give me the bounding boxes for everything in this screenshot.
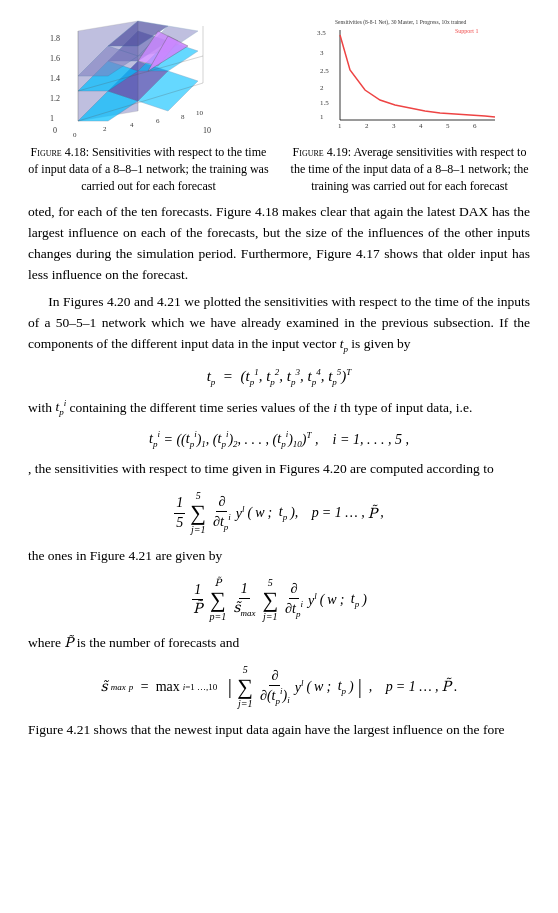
figure-19-svg: Sensitivities (8-8-1 Net), 30 Master, 1 … <box>315 15 505 135</box>
frac-partial-tp2: ∂ ∂tpi <box>283 580 305 620</box>
figures-row: 10 0 1.8 1.6 1.4 1.2 1 <box>28 10 530 194</box>
paragraph-4: , the sensitivities with respect to time… <box>28 459 530 480</box>
para7-text: Figure 4.21 shows that the newest input … <box>28 722 505 737</box>
svg-text:3: 3 <box>392 122 396 130</box>
svg-text:8: 8 <box>181 113 185 121</box>
svg-text:6: 6 <box>473 122 477 130</box>
figure-18-svg: 10 0 1.8 1.6 1.4 1.2 1 <box>48 11 248 139</box>
eq5-content: s̃maxp = max i=1 …,10 | 5 ∑ j=1 ∂ ∂(tpi)… <box>100 664 457 710</box>
svg-text:10: 10 <box>203 126 211 135</box>
svg-text:1.8: 1.8 <box>50 34 60 43</box>
frac-1-Ptilde: 1 P̃ <box>191 581 204 618</box>
max-subscript: i=1 …,10 <box>183 682 218 692</box>
tp-variable: tp <box>340 336 352 351</box>
abs-right: | <box>357 675 363 698</box>
paragraph-1: oted, for each of the ten forecasts. Fig… <box>28 202 530 286</box>
svg-text:3.5: 3.5 <box>317 29 326 37</box>
ith-variable: i <box>333 399 337 414</box>
page: 10 0 1.8 1.6 1.4 1.2 1 <box>0 0 558 767</box>
para3b-text: containing the different time series val… <box>70 399 334 414</box>
eq1-content: tp = (tp1, tp2, tp3, tp4, tp5)T <box>207 367 352 387</box>
para4-text: , the sensitivities with respect to time… <box>28 461 494 476</box>
abs-left: | <box>227 675 233 698</box>
equation-2: tpi = ((tpi)1, (tpi)2, . . . , (tpi)10)T… <box>28 430 530 449</box>
svg-text:2.5: 2.5 <box>320 67 329 75</box>
svg-text:2: 2 <box>320 84 324 92</box>
sum-j-1-5b: 5 ∑ j=1 <box>262 577 278 623</box>
paragraph-2: In Figures 4.20 and 4.21 we plotted the … <box>28 292 530 356</box>
max-operator: max <box>156 679 180 695</box>
figure-19-block: Sensitivities (8-8-1 Net), 30 Master, 1 … <box>289 10 530 194</box>
figure-18-caption: Figure 4.18: Sensitivities with respect … <box>28 144 269 194</box>
figure-19-caption: Figure 4.19: Average sensitivities with … <box>289 144 530 194</box>
paragraph-5: the ones in Figure 4.21 are given by <box>28 546 530 567</box>
svg-text:1.5: 1.5 <box>320 99 329 107</box>
para1-text: oted, for each of the ten forecasts. Fig… <box>28 204 530 282</box>
para6b-text: is the number of forecasts and <box>77 635 239 650</box>
para2b-text: is given by <box>351 336 410 351</box>
equation-3: 1 5 5 ∑ j=1 ∂ ∂tpi yl(w; tp), p = 1 … , … <box>28 490 530 536</box>
para3c-text: th type of input data, i.e. <box>340 399 472 414</box>
svg-text:1: 1 <box>338 122 342 130</box>
paragraph-3: with tpi containing the different time s… <box>28 397 530 420</box>
svg-text:0: 0 <box>73 131 77 139</box>
svg-text:6: 6 <box>156 117 160 125</box>
svg-text:10: 10 <box>196 109 204 117</box>
svg-text:4: 4 <box>130 121 134 129</box>
frac-partial-tpi: ∂ ∂(tpi)i <box>258 667 292 707</box>
equation-1: tp = (tp1, tp2, tp3, tp4, tp5)T <box>28 367 530 387</box>
svg-text:4: 4 <box>419 122 423 130</box>
svg-text:2: 2 <box>365 122 369 130</box>
para2-text: In Figures 4.20 and 4.21 we plotted the … <box>28 294 530 351</box>
Ptilde-var: P̃ <box>64 635 73 650</box>
eq4-content: 1 P̃ P̃ ∑ p=1 1 s̃max 5 ∑ j=1 ∂ ∂tpi yl(… <box>191 577 367 623</box>
svg-text:Sensitivities (8-8-1 Net), 30 : Sensitivities (8-8-1 Net), 30 Master, 1 … <box>335 19 467 26</box>
svg-text:3: 3 <box>320 49 324 57</box>
eq3-content: 1 5 5 ∑ j=1 ∂ ∂tpi yl(w; tp), p = 1 … , … <box>174 490 383 536</box>
ti-variable: tpi <box>55 399 69 414</box>
figure-19-image: Sensitivities (8-8-1 Net), 30 Master, 1 … <box>289 10 530 140</box>
svg-text:Support 1: Support 1 <box>455 28 479 34</box>
sum-j-1-5: 5 ∑ j=1 <box>190 490 206 536</box>
figure-18-block: 10 0 1.8 1.6 1.4 1.2 1 <box>28 10 269 194</box>
equation-4: 1 P̃ P̃ ∑ p=1 1 s̃max 5 ∑ j=1 ∂ ∂tpi yl(… <box>28 577 530 623</box>
frac-partial-tp: ∂ ∂tpi <box>211 493 233 533</box>
para5-text: the ones in Figure 4.21 are given by <box>28 548 222 563</box>
svg-text:1.6: 1.6 <box>50 54 60 63</box>
svg-text:1.4: 1.4 <box>50 74 60 83</box>
sum-p-1-Ptilde: P̃ ∑ p=1 <box>209 577 226 623</box>
frac-1-5: 1 5 <box>174 494 185 531</box>
svg-text:1: 1 <box>320 113 324 121</box>
fig19-label: Figure 4.19: <box>293 145 351 159</box>
para6-where: where <box>28 635 64 650</box>
svg-text:0: 0 <box>53 126 57 135</box>
eq2-content: tpi = ((tpi)1, (tpi)2, . . . , (tpi)10)T… <box>149 430 409 449</box>
figure-18-image: 10 0 1.8 1.6 1.4 1.2 1 <box>28 10 269 140</box>
para3-with: with <box>28 399 55 414</box>
paragraph-6: where P̃ is the number of forecasts and <box>28 633 530 654</box>
frac-1-smax: 1 s̃max <box>231 580 257 620</box>
equation-5: s̃maxp = max i=1 …,10 | 5 ∑ j=1 ∂ ∂(tpi)… <box>28 664 530 710</box>
paragraph-7: Figure 4.21 shows that the newest input … <box>28 720 530 741</box>
svg-text:2: 2 <box>103 125 107 133</box>
fig18-label: Figure 4.18: <box>31 145 89 159</box>
sum-j-1-5c: 5 ∑ j=1 <box>237 664 253 710</box>
svg-text:1: 1 <box>50 114 54 123</box>
svg-text:1.2: 1.2 <box>50 94 60 103</box>
svg-text:5: 5 <box>446 122 450 130</box>
